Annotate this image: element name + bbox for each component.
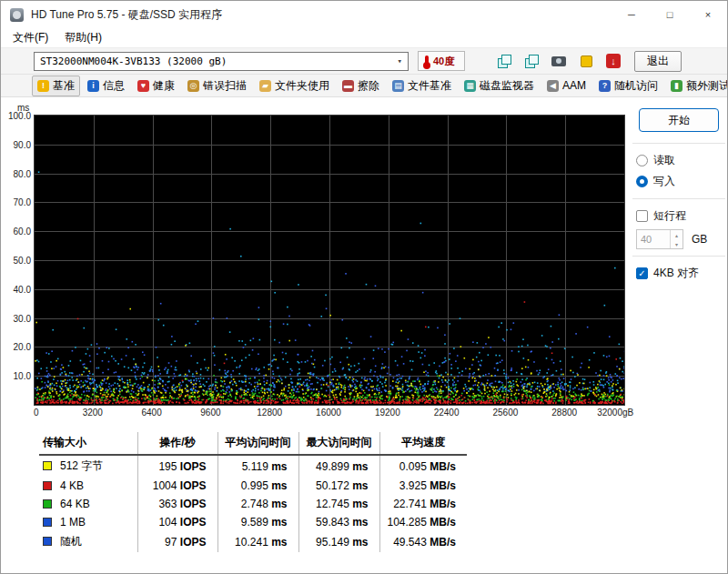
tab-disk-monitor[interactable]: ▦磁盘监视器: [459, 76, 540, 96]
y-axis-labels: 100.090.080.070.060.050.040.030.020.010.…: [6, 115, 34, 406]
align-4kb-option[interactable]: 4KB 对齐: [631, 263, 727, 284]
start-button[interactable]: 开始: [639, 108, 719, 132]
table-header-max-access: 最大访问时间: [298, 432, 379, 455]
tab-extra-tests[interactable]: ▮额外测试: [665, 76, 728, 96]
tab-health[interactable]: ♥健康: [132, 76, 180, 96]
x-axis-tick: 0: [34, 408, 39, 418]
series-color-swatch: [43, 537, 52, 546]
minimize-button[interactable]: ─: [612, 1, 651, 28]
erase-icon: ▬: [342, 80, 354, 92]
close-button[interactable]: ×: [689, 1, 727, 28]
scatter-canvas: [35, 116, 624, 405]
x-axis-tick: 25600: [492, 408, 518, 418]
tab-error-scan[interactable]: ◎错误扫描: [182, 76, 252, 96]
x-axis-tick: 22400: [434, 408, 460, 418]
spinner-up-icon[interactable]: ▴: [671, 230, 682, 239]
app-window: HD Tune Pro 5.75 - 硬盘/SSD 实用程序 ─ □ × 文件(…: [0, 0, 728, 574]
table-header-avg-speed: 平均速度: [379, 432, 467, 455]
tab-aam[interactable]: ◀AAM: [541, 76, 592, 95]
maximize-button[interactable]: □: [651, 1, 689, 28]
screenshot-button[interactable]: [547, 50, 571, 72]
tab-erase[interactable]: ▬擦除: [337, 76, 385, 96]
y-axis-unit: ms: [17, 103, 625, 115]
short-stroke-option[interactable]: 短行程: [631, 206, 727, 227]
title-bar: HD Tune Pro 5.75 - 硬盘/SSD 实用程序 ─ □ ×: [1, 1, 727, 28]
spinner-down-icon[interactable]: ▾: [671, 239, 682, 248]
results-table: 传输大小 操作/秒 平均访问时间 最大访问时间 平均速度 512 字节 195 …: [39, 432, 467, 552]
benchmark-chart: [34, 115, 625, 406]
y-axis-tick: 50.0: [14, 256, 31, 266]
tab-file-benchmark[interactable]: ▤文件基准: [387, 76, 457, 96]
x-axis-tick: 12800: [257, 408, 282, 418]
copy-image-button[interactable]: [520, 50, 543, 72]
table-row: 1 MB 104 IOPS 9.589 ms 59.843 ms 104.285…: [39, 513, 467, 531]
menu-help[interactable]: 帮助(H): [56, 28, 110, 47]
series-color-swatch: [43, 481, 52, 490]
read-radio-option[interactable]: 读取: [631, 150, 727, 171]
drive-selector[interactable]: ST32000NM004K-3VB133 (32000 gB) ▾: [34, 52, 409, 71]
write-radio[interactable]: [636, 176, 648, 187]
table-row: 512 字节 195 IOPS 5.119 ms 49.899 ms 0.095…: [39, 455, 467, 477]
highlight-button[interactable]: [574, 50, 598, 72]
align-4kb-checkbox[interactable]: [636, 267, 648, 279]
temperature-value: 40度: [433, 55, 454, 68]
x-axis-tick: 16000: [316, 408, 341, 418]
copy-icon: [498, 55, 511, 68]
download-icon: ↓: [606, 54, 621, 68]
y-axis-tick: 60.0: [14, 227, 31, 237]
x-axis-tick: 3200: [83, 408, 103, 418]
copy-text-button[interactable]: [492, 50, 516, 72]
short-stroke-size-input[interactable]: ▴ ▾: [636, 229, 683, 249]
info-icon: i: [87, 80, 99, 92]
folder-usage-icon: ▰: [259, 80, 271, 92]
short-stroke-checkbox[interactable]: [636, 210, 648, 222]
x-axis-tick: 28800: [551, 408, 577, 418]
series-color-swatch: [43, 461, 52, 470]
series-color-swatch: [43, 518, 52, 527]
spinner-buttons[interactable]: ▴ ▾: [670, 230, 682, 248]
tag-icon: [581, 55, 592, 67]
table-row: 4 KB 1004 IOPS 0.995 ms 50.172 ms 3.925 …: [39, 477, 467, 495]
y-axis-tick: 20.0: [14, 342, 31, 352]
exit-button[interactable]: 退出: [634, 51, 682, 72]
table-row: 64 KB 363 IOPS 2.748 ms 12.745 ms 22.741…: [39, 495, 467, 513]
table-header-transfer-size: 传输大小: [39, 432, 137, 455]
x-axis-tick: 32000gB: [597, 408, 633, 418]
divider: [632, 256, 725, 257]
read-radio[interactable]: [636, 155, 648, 166]
chevron-down-icon: ▾: [398, 56, 402, 65]
table-header-avg-access: 平均访问时间: [217, 432, 298, 455]
gb-unit-label: GB: [692, 233, 707, 246]
tab-benchmark[interactable]: !基准: [32, 76, 80, 96]
thermometer-icon: [425, 55, 429, 67]
copy-image-icon: [525, 55, 539, 68]
control-panel: 开始 读取 写入 短行程 ▴ ▾: [631, 103, 727, 573]
short-stroke-size-value[interactable]: [637, 230, 670, 248]
error-scan-icon: ◎: [187, 80, 199, 92]
tab-folder-usage[interactable]: ▰文件夹使用: [254, 76, 335, 96]
update-button[interactable]: ↓: [602, 50, 625, 72]
y-axis-tick: 10.0: [14, 371, 31, 381]
menu-bar: 文件(F) 帮助(H): [1, 28, 727, 47]
y-axis-tick: 70.0: [14, 197, 31, 207]
random-access-icon: ?: [599, 80, 611, 92]
benchmark-icon: !: [37, 80, 49, 92]
y-axis-tick: 40.0: [14, 285, 31, 295]
y-axis-tick: 90.0: [14, 140, 31, 150]
table-row: 随机 97 IOPS 10.241 ms 95.149 ms 49.543 MB…: [39, 531, 467, 552]
health-icon: ♥: [137, 80, 149, 92]
x-axis-tick: 19200: [375, 408, 400, 418]
x-axis-tick: 9600: [200, 408, 220, 418]
aam-speaker-icon: ◀: [547, 80, 559, 92]
tab-info[interactable]: i信息: [82, 76, 130, 96]
window-title: HD Tune Pro 5.75 - 硬盘/SSD 实用程序: [31, 7, 612, 23]
tab-random-access[interactable]: ?随机访问: [593, 76, 663, 96]
x-axis-labels: 0320064009600128001600019200224002560028…: [34, 406, 625, 419]
y-axis-tick: 30.0: [14, 314, 31, 324]
toolbar: ST32000NM004K-3VB133 (32000 gB) ▾ 40度 ↓ …: [1, 47, 727, 75]
drive-selector-value: ST32000NM004K-3VB133 (32000 gB): [40, 55, 227, 67]
y-axis-tick: 80.0: [14, 169, 31, 179]
divider: [632, 143, 725, 144]
menu-file[interactable]: 文件(F): [5, 28, 56, 47]
write-radio-option[interactable]: 写入: [631, 171, 727, 192]
